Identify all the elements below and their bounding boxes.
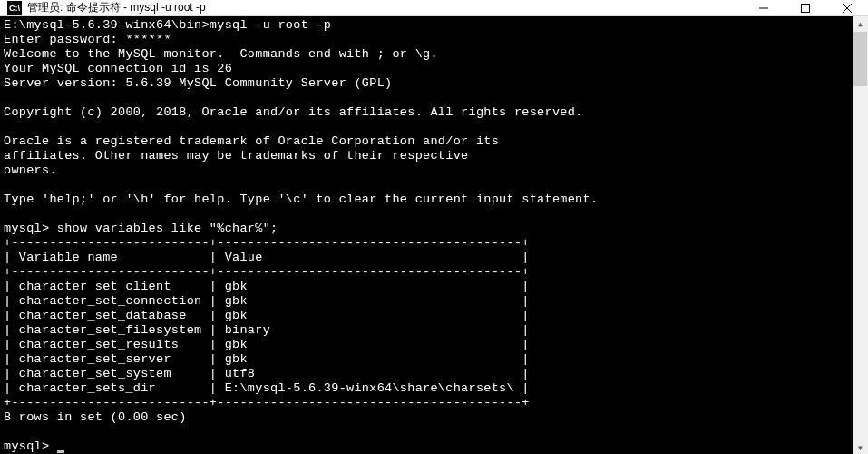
maximize-button[interactable] <box>785 0 826 15</box>
app-icon: C:\ <box>7 1 22 15</box>
close-button[interactable] <box>826 0 868 15</box>
maximize-icon <box>801 4 810 13</box>
titlebar[interactable]: C:\ 管理员: 命令提示符 - mysql -u root -p <box>0 0 868 16</box>
minimize-button[interactable] <box>743 0 785 15</box>
cursor <box>57 450 64 453</box>
window-title: 管理员: 命令提示符 - mysql -u root -p <box>27 0 743 15</box>
scrollbar-thumb[interactable] <box>853 32 867 86</box>
vertical-scrollbar[interactable]: ▲ ▼ <box>853 16 868 454</box>
command-prompt-window: C:\ 管理员: 命令提示符 - mysql -u root -p E:\mys… <box>0 0 868 454</box>
terminal-area: E:\mysql-5.6.39-winx64\bin>mysql -u root… <box>0 16 868 454</box>
svg-rect-1 <box>802 4 810 12</box>
terminal-output[interactable]: E:\mysql-5.6.39-winx64\bin>mysql -u root… <box>0 16 853 454</box>
scroll-up-arrow[interactable]: ▲ <box>853 16 868 32</box>
scroll-down-arrow[interactable]: ▼ <box>853 440 868 454</box>
window-controls <box>743 0 868 15</box>
close-icon <box>843 4 852 13</box>
minimize-icon <box>759 4 768 13</box>
